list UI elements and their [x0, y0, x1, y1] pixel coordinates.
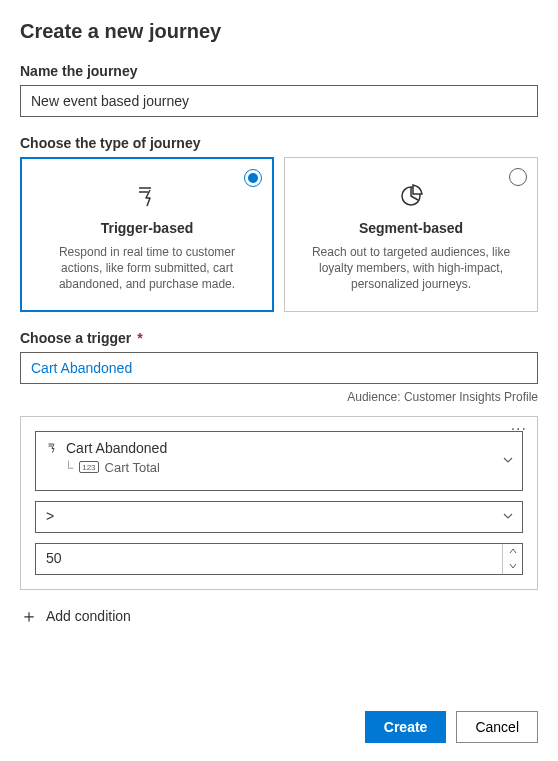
value-stepper[interactable]: 50: [35, 543, 523, 575]
operator-select[interactable]: >: [35, 501, 523, 533]
trigger-card-title: Trigger-based: [39, 220, 255, 236]
name-label: Name the journey: [20, 63, 538, 79]
number-type-icon: 123: [79, 461, 98, 473]
plus-icon: ＋: [20, 604, 38, 628]
chevron-down-icon: [502, 453, 514, 469]
lightning-small-icon: [46, 441, 60, 455]
condition-block: ··· Cart Abandoned └ 123 Cart Total > 50: [20, 416, 538, 590]
trigger-label: Choose a trigger *: [20, 330, 538, 346]
radio-unselected-icon: [509, 168, 527, 186]
trigger-based-card[interactable]: Trigger-based Respond in real time to cu…: [20, 157, 274, 312]
attribute-select[interactable]: Cart Abandoned └ 123 Cart Total: [35, 431, 523, 491]
radio-selected-icon: [244, 169, 262, 187]
page-title: Create a new journey: [20, 20, 538, 43]
stepper-up-icon[interactable]: [503, 544, 522, 559]
segment-card-title: Segment-based: [303, 220, 519, 236]
add-condition-button[interactable]: ＋ Add condition: [20, 604, 538, 628]
chevron-down-icon: [502, 509, 514, 525]
cancel-button[interactable]: Cancel: [456, 711, 538, 743]
segment-card-desc: Reach out to targeted audiences, like lo…: [303, 244, 519, 293]
journey-name-input[interactable]: [20, 85, 538, 117]
trigger-card-desc: Respond in real time to customer actions…: [39, 244, 255, 293]
type-label: Choose the type of journey: [20, 135, 538, 151]
segment-based-card[interactable]: Segment-based Reach out to targeted audi…: [284, 157, 538, 312]
pie-chart-icon: [303, 182, 519, 210]
trigger-input[interactable]: [20, 352, 538, 384]
stepper-down-icon[interactable]: [503, 559, 522, 574]
audience-info: Audience: Customer Insights Profile: [20, 390, 538, 404]
create-button[interactable]: Create: [365, 711, 447, 743]
lightning-icon: [39, 182, 255, 210]
